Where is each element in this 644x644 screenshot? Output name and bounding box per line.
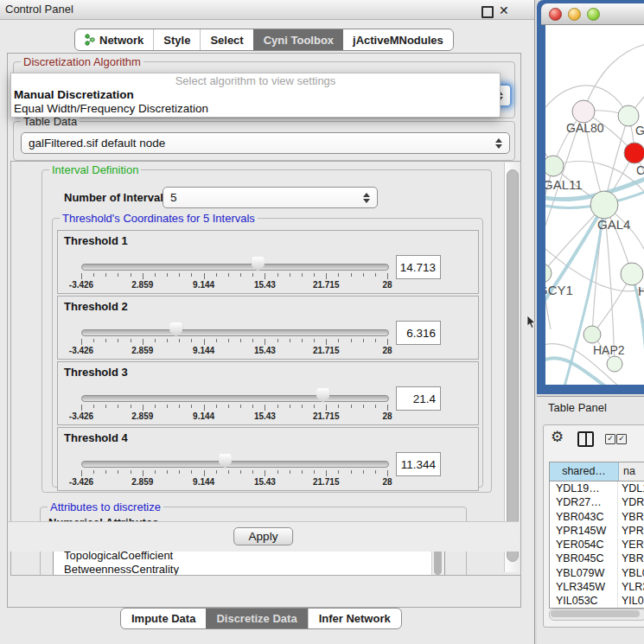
control-panel-titlebar: Control Panel ✕ [0,0,534,20]
apply-button[interactable]: Apply [233,527,294,545]
table-row[interactable]: YBR045CYBR0 [550,552,644,565]
tab-jactivemnodules[interactable]: jActiveMNodules [343,29,453,50]
minimize-traffic-light-icon[interactable] [568,8,581,21]
threshold-value-field[interactable]: 11.344 [396,452,441,476]
scrollbar-thumb[interactable] [551,610,640,617]
slider-track[interactable] [81,264,389,271]
tab-infer-network[interactable]: Infer Network [308,609,401,628]
split-columns-icon[interactable] [577,431,594,447]
threshold-slider[interactable]: -3.4262.8599.14415.4321.71528 [81,231,387,291]
network-node[interactable] [621,263,643,285]
control-panel-tabbar: Network Style Select Cyni Toolbox jActiv… [74,29,454,51]
popup-item-equal-width-frequency[interactable]: Equal Width/Frequency Discretization [11,102,500,116]
table-data-combobox[interactable]: galFiltered.sif default node [21,132,510,154]
popup-item-manual-discretization[interactable]: Manual Discretization [11,88,500,102]
tab-select[interactable]: Select [200,29,252,50]
thresholds-group: Threshold's Coordinates for 5 Intervals … [52,218,483,488]
table-panel-title: Table Panel [548,397,607,418]
network-canvas[interactable]: GAL80GCGAL11GAL4GCY1HHAP2 [545,25,644,385]
zoom-traffic-light-icon[interactable] [587,8,600,21]
node-attribute-table[interactable]: shared… na YDL19…YDL1YDR27…YDR2YBR043CYB… [549,462,644,609]
window-title: Control Panel [5,0,73,19]
slider-track[interactable] [81,461,389,468]
table-panel-body: ⚙ ✓ ✓ shared… na YDL19…YDL1YDR27…YDR2YBR… [543,424,644,628]
threshold-slider[interactable]: -3.4262.8599.14415.4321.71528 [81,296,387,357]
table-row[interactable]: YDL19…YDL1 [550,481,644,495]
network-window-titlebar[interactable] [541,3,644,25]
stepper-icon [495,137,503,150]
slider-ticks [81,405,387,411]
network-edge-highlighted[interactable] [545,358,608,385]
table-row[interactable]: YBL079WYBL0 [550,566,644,580]
tab-network[interactable]: Network [75,29,153,50]
control-panel-window: Control Panel ✕ Network Style Select Cyn… [0,0,535,644]
number-of-intervals-combobox[interactable]: 5 [163,187,378,208]
slider-tick-labels: -3.4262.8599.14415.4321.71528 [81,411,387,422]
number-of-intervals-label: Number of Intervals [64,191,169,204]
table-row[interactable]: YIL053CYIL0 [550,594,644,608]
network-node[interactable] [583,326,601,343]
tab-cyni-toolbox[interactable]: Cyni Toolbox [253,29,343,50]
network-view-window: GAL80GCGAL11GAL4GCY1HHAP2 [537,0,644,394]
table-header-row: shared… na [550,462,644,481]
slider-track[interactable] [81,395,389,402]
network-node[interactable] [545,156,564,176]
node-label: GAL4 [597,217,630,232]
tab-style[interactable]: Style [153,29,200,50]
apply-row: Apply [8,521,519,552]
slider-tick-labels: -3.4262.8599.14415.4321.71528 [81,280,387,290]
threshold-value-field[interactable]: 21.4 [396,386,441,411]
table-panel-window: Table Panel ⚙ ✓ ✓ shared… na YDL19…YDL1Y… [537,396,644,644]
slider-track[interactable] [81,329,389,336]
checkbox-icon[interactable]: ✓ [605,434,615,444]
column-header-shared-name[interactable]: shared… [550,462,619,481]
interval-definition-group: Interval Definition Number of Intervals … [41,169,492,493]
table-row[interactable]: YPR145WYPR1 [550,524,644,538]
threshold-value-field[interactable]: 6.316 [396,321,441,345]
threshold-value-field[interactable]: 14.713 [396,255,441,279]
popup-placeholder-item[interactable]: Select algorithm to view settings [11,73,500,88]
scrollbar-thumb[interactable] [507,169,519,562]
slider-ticks [81,339,387,346]
network-node[interactable] [572,100,595,123]
node-label: G [635,124,644,137]
cyni-toolbox-panel: Discretization Algorithm Table Data galF… [7,53,521,608]
network-node[interactable] [545,264,552,283]
node-label: HAP2 [593,343,625,357]
stepper-icon [363,192,371,204]
table-data-group: Table Data galFiltered.sif default node [13,121,515,161]
network-graph[interactable]: GAL80GCGAL11GAL4GCY1HHAP2 [545,25,644,385]
threshold-slider[interactable]: -3.4262.8599.14415.4321.71528 [81,362,387,423]
float-window-icon[interactable] [481,6,494,18]
threshold-box: Threshold 1-3.4262.8599.14415.4321.71528… [57,230,479,294]
threshold-slider[interactable]: -3.4262.8599.14415.4321.71528 [81,428,387,488]
checkbox-icon[interactable]: ✓ [616,434,627,444]
column-header-name[interactable]: na [619,462,644,481]
table-row[interactable]: YLR345WYLR3 [550,580,644,594]
number-of-intervals-value: 5 [170,188,358,207]
table-horizontal-scrollbar[interactable] [549,609,644,621]
table-data-value: galFiltered.sif default node [29,133,490,153]
gear-icon[interactable]: ⚙ [551,429,564,446]
slider-tick-labels: -3.4262.8599.14415.4321.71528 [81,346,387,356]
node-label: GAL11 [545,177,583,192]
table-row[interactable]: YER054CYER0 [550,538,644,552]
list-item[interactable]: BetweennessCentrality [54,563,444,576]
tab-discretize-data[interactable]: Discretize Data [206,609,307,628]
table-row[interactable]: YDR27…YDR2 [550,495,644,509]
slider-ticks [81,273,387,280]
tab-impute-data[interactable]: Impute Data [121,609,206,628]
table-row[interactable]: YBR043CYBR0 [550,510,644,524]
group-title: Interval Definition [49,163,141,176]
tab-label: Network [99,34,143,47]
network-icon [85,34,95,46]
network-node[interactable] [607,356,622,372]
network-edge[interactable] [583,44,644,112]
node-label: GCY1 [545,283,573,297]
network-node[interactable] [624,143,644,163]
close-traffic-light-icon[interactable] [549,8,562,21]
threshold-box: Threshold 3-3.4262.8599.14415.4321.71528… [57,361,479,425]
settings-scrollbar[interactable] [504,163,520,572]
network-node[interactable] [590,191,618,219]
close-icon[interactable]: ✕ [499,2,509,19]
